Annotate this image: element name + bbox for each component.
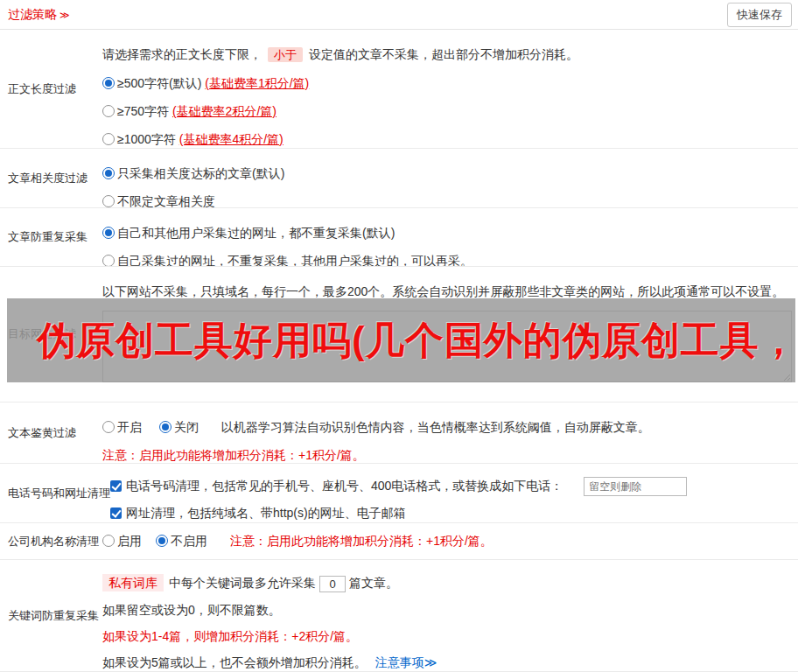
checkbox-checked-icon[interactable] [110,508,122,519]
desc-text-after: 设定值的文章不采集，超出部分不增加积分消耗。 [309,47,578,61]
keyword-limit-unit: 篇文章。 [349,576,398,590]
relevance-option-strict[interactable]: 只采集相关度达标的文章(默认) [102,166,284,180]
page-title[interactable]: 过滤策略≫ [8,7,70,23]
row-body-length-filter: 正文长度过滤 请选择需求的正文长度下限，小于设定值的文章不采集，超出部分不增加积… [0,30,798,149]
row-company-cleanup: 公司机构名称清理 启用 不启用 注意：启用此功能将增加积分消耗：+1积分/篇。 [0,523,798,560]
radio-checked-icon[interactable] [102,77,115,89]
body-length-content: 请选择需求的正文长度下限，小于设定值的文章不采集，超出部分不增加积分消耗。 ≥5… [102,30,798,148]
row-label-body-length: 正文长度过滤 [0,30,102,148]
option-fee: (基础费率1积分/篇) [205,76,309,90]
company-enable-option[interactable]: 启用 [102,534,142,550]
option-fee: (基础费率4积分/篇) [179,132,284,146]
relevance-content: 只采集相关度达标的文章(默认) 不限定文章相关度 [102,149,798,207]
dedup-option-self-only[interactable]: 自己采集过的网址，不重复采集，其他用户采集过的，可以再采。 [102,254,472,267]
watermark-overlay: 伪原创工具好用吗(几个国外的伪原创工具， [7,298,795,382]
url-cleanup-checkbox[interactable]: 网址清理，包括纯域名、带http(s)的网址、电子邮箱 [110,506,406,520]
page-header: 过滤策略≫ 快速保存 [0,0,798,30]
body-length-option-row-500: ≥500字符(默认) (基础费率1积分/篇) [102,74,792,92]
option-label: 网址清理，包括纯域名、带http(s)的网址、电子邮箱 [126,506,406,520]
option-label: 不限定文章相关度 [117,194,215,208]
radio-checked-icon[interactable] [156,535,168,547]
option-label: 关闭 [174,420,199,434]
phone-replacement-input[interactable] [584,477,687,496]
row-label-phone-url: 电话号码和网址清理 [0,464,110,522]
target-site-desc: 以下网站不采集，只填域名，每行一个，最多200个。系统会自动识别并屏蔽那些非文章… [102,283,792,300]
radio-checked-icon[interactable] [102,227,115,239]
row-porn-filter: 文本鉴黄过滤 开启 关闭 以机器学习算法自动识别色情内容，当色情概率达到系统阈值… [0,402,798,464]
radio-icon[interactable] [102,105,115,117]
porn-filter-off-option[interactable]: 关闭 [159,420,202,434]
notice-link[interactable]: 注意事项≫ [375,655,438,669]
watermark-text: 伪原创工具好用吗(几个国外的伪原创工具， [7,315,795,367]
body-length-desc: 请选择需求的正文长度下限，小于设定值的文章不采集，超出部分不增加积分消耗。 [102,46,792,64]
private-lexicon-badge: 私有词库 [102,574,164,592]
row-label-porn-filter: 文本鉴黄过滤 [0,402,102,463]
porn-filter-content: 开启 关闭 以机器学习算法自动识别色情内容，当色情概率达到系统阈值，自动屏蔽文章… [102,402,798,463]
less-than-badge: 小于 [268,47,303,62]
porn-filter-note: 注意：启用此功能将增加积分消耗：+1积分/篇。 [102,446,792,464]
row-label-keyword: 关键词防重复采集 [0,560,102,671]
option-label: ≥500字符(默认) [117,76,205,90]
body-length-option-1000[interactable]: ≥1000字符 (基础费率4积分/篇) [102,132,284,146]
url-cleanup-row: 网址清理，包括纯域名、带http(s)的网址、电子邮箱 [110,504,792,522]
option-label: 自己和其他用户采集过的网址，都不重复采集(默认) [117,226,395,240]
row-label-company: 公司机构名称清理 [0,523,102,559]
company-disable-option[interactable]: 不启用 [156,534,207,550]
phone-url-content: 电话号码清理，包括常见的手机号、座机号、400电话格式，或替换成如下电话： 网址… [110,464,798,522]
option-label: 自己采集过的网址，不重复采集，其他用户采集过的，可以再采。 [117,254,472,267]
relevance-option-row-1: 只采集相关度达标的文章(默认) [102,164,792,182]
radio-icon[interactable] [102,535,115,547]
company-note: 注意：启用此功能将增加积分消耗：+1积分/篇。 [230,534,493,550]
radio-icon[interactable] [102,255,115,267]
keyword-note-unlimited: 如果留空或设为0，则不限篇数。 [102,601,792,619]
row-keyword-dedup: 关键词防重复采集 私有词库中每个关键词最多允许采集篇文章。 如果留空或设为0，则… [0,560,798,672]
row-relevance-filter: 文章相关度过滤 只采集相关度达标的文章(默认) 不限定文章相关度 [0,149,798,208]
dedup-option-row-2: 自己采集过的网址，不重复采集，其他用户采集过的，可以再采。 [102,252,792,267]
radio-icon[interactable] [102,195,115,207]
checkbox-checked-icon[interactable] [110,480,122,492]
body-length-option-500[interactable]: ≥500字符(默认) (基础费率1积分/篇) [102,76,309,90]
porn-filter-on-option[interactable]: 开启 [102,420,145,434]
body-length-option-row-1000: ≥1000字符 (基础费率4积分/篇) [102,130,792,148]
phone-cleanup-row: 电话号码清理，包括常见的手机号、座机号、400电话格式，或替换成如下电话： [110,477,792,496]
phone-cleanup-checkbox[interactable]: 电话号码清理，包括常见的手机号、座机号、400电话格式，或替换成如下电话： [110,479,566,493]
chevron-down-icon: ≫ [60,10,70,20]
option-label: ≥1000字符 [117,132,179,146]
quick-save-button[interactable]: 快速保存 [727,3,792,27]
row-label-dedup: 文章防重复采集 [0,208,102,266]
body-length-option-750[interactable]: ≥750字符 (基础费率2积分/篇) [102,104,276,118]
desc-text-before: 请选择需求的正文长度下限， [102,47,262,61]
row-label-relevance: 文章相关度过滤 [0,149,102,207]
keyword-content: 私有词库中每个关键词最多允许采集篇文章。 如果留空或设为0，则不限篇数。 如果设… [102,560,798,671]
option-label: 不启用 [171,534,207,548]
relevance-option-any[interactable]: 不限定文章相关度 [102,194,215,208]
filter-strategy-page: 过滤策略≫ 快速保存 正文长度过滤 请选择需求的正文长度下限，小于设定值的文章不… [0,0,798,672]
option-label: 只采集相关度达标的文章(默认) [117,166,284,180]
dedup-content: 自己和其他用户采集过的网址，都不重复采集(默认) 自己采集过的网址，不重复采集，… [102,208,798,266]
option-label: 启用 [117,534,142,548]
option-fee: (基础费率2积分/篇) [172,104,276,118]
dedup-option-row-1: 自己和其他用户采集过的网址，都不重复采集(默认) [102,224,792,242]
keyword-note-5plus: 如果设为5篇或以上，也不会额外增加积分消耗。注意事项≫ [102,654,792,671]
porn-filter-options: 开启 关闭 以机器学习算法自动识别色情内容，当色情概率达到系统阈值，自动屏蔽文章… [102,418,792,436]
keyword-limit-text: 中每个关键词最多允许采集 [169,576,316,590]
radio-icon[interactable] [102,133,115,145]
row-dedup-filter: 文章防重复采集 自己和其他用户采集过的网址，都不重复采集(默认) 自己采集过的网… [0,208,798,267]
option-label: ≥750字符 [117,104,172,118]
option-label: 电话号码清理，包括常见的手机号、座机号、400电话格式，或替换成如下电话： [126,479,563,493]
body-length-option-row-750: ≥750字符 (基础费率2积分/篇) [102,102,792,120]
option-label: 开启 [117,420,142,434]
radio-icon[interactable] [102,421,115,433]
keyword-count-input[interactable] [319,576,346,592]
page-title-text: 过滤策略 [8,7,57,21]
row-phone-url-cleanup: 电话号码和网址清理 电话号码清理，包括常见的手机号、座机号、400电话格式，或替… [0,464,798,523]
company-content: 启用 不启用 注意：启用此功能将增加积分消耗：+1积分/篇。 [102,523,798,559]
porn-filter-desc: 以机器学习算法自动识别色情内容，当色情概率达到系统阈值，自动屏蔽文章。 [221,420,650,434]
radio-checked-icon[interactable] [159,421,172,433]
keyword-note-cost: 如果设为1-4篇，则增加积分消耗：+2积分/篇。 [102,627,792,645]
relevance-option-row-2: 不限定文章相关度 [102,192,792,208]
dedup-option-all-users[interactable]: 自己和其他用户采集过的网址，都不重复采集(默认) [102,226,395,240]
keyword-note-5plus-text: 如果设为5篇或以上，也不会额外增加积分消耗。 [102,655,367,669]
radio-checked-icon[interactable] [102,167,115,179]
keyword-limit-row: 私有词库中每个关键词最多允许采集篇文章。 [102,574,792,592]
